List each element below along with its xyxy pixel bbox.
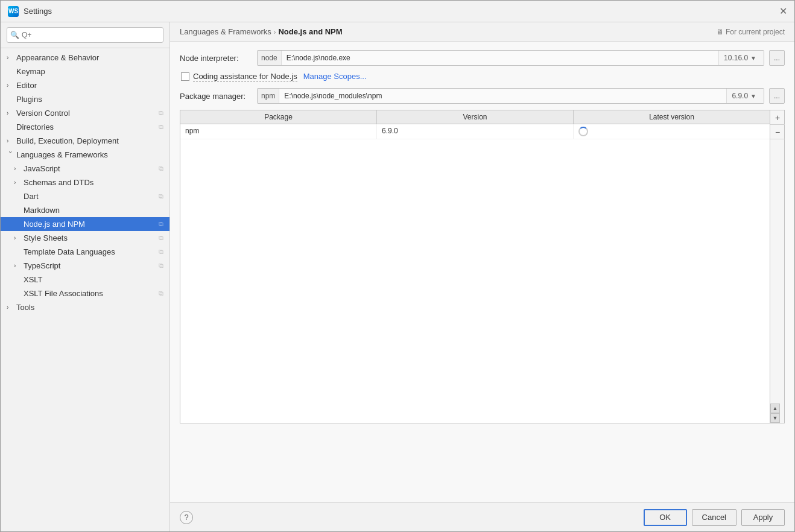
chevron-placeholder [14,207,21,214]
remove-package-button[interactable]: − [770,125,785,139]
chevron-right-icon: › [7,304,14,311]
copy-icon: ⧉ [159,262,163,270]
search-box: 🔍 [1,22,169,48]
npm-dropdown-arrow-icon[interactable]: ▼ [748,93,759,100]
version-dropdown-arrow-icon[interactable]: ▼ [748,55,759,62]
table-row[interactable]: npm 6.9.0 [180,124,770,139]
sidebar: 🔍 › Appearance & Behavior Keymap › [1,22,170,531]
column-latest-version: Latest version [574,110,770,124]
cancel-button[interactable]: Cancel [692,509,736,526]
sidebar-item-label: Appearance & Behavior [16,53,99,62]
breadcrumb: Languages & Frameworks › Node.js and NPM… [170,22,794,42]
sidebar-item-xslt[interactable]: XSLT [1,273,169,287]
node-interpreter-row: Node interpreter: node E:\node.js\node.e… [180,50,785,66]
package-manager-row: Package manager: npm E:\node.js\node_mod… [180,88,785,104]
sidebar-item-label: XSLT [24,275,43,284]
sidebar-item-editor[interactable]: › Editor [1,78,169,92]
cell-latest-version [574,124,770,139]
sidebar-item-dart[interactable]: Dart ⧉ [1,189,169,203]
scroll-up-button[interactable]: ▲ [770,404,780,413]
chevron-right-icon: › [14,179,21,186]
sidebar-item-keymap[interactable]: Keymap [1,65,169,78]
ok-button[interactable]: OK [644,509,687,526]
sidebar-item-version-control[interactable]: › Version Control ⧉ [1,106,169,120]
manage-scopes-link[interactable]: Manage Scopes... [303,72,367,81]
search-wrapper: 🔍 [7,27,163,43]
cell-package: npm [180,124,377,139]
node-prefix: node [258,51,282,65]
coding-assistance-checkbox[interactable] [181,72,189,81]
sidebar-item-plugins[interactable]: Plugins [1,92,169,106]
breadcrumb-current: Node.js and NPM [278,27,342,36]
sidebar-item-label: Style Sheets [24,233,68,242]
sidebar-item-build[interactable]: › Build, Execution, Deployment [1,134,169,148]
breadcrumb-parent: Languages & Frameworks [180,27,271,36]
bottom-bar: ? OK Cancel Apply [170,502,794,531]
loading-spinner [578,127,588,136]
content-area: 🔍 › Appearance & Behavior Keymap › [1,22,794,531]
sidebar-item-markdown[interactable]: Markdown [1,203,169,217]
table-header: Package Version Latest version [180,110,770,124]
sidebar-item-label: Template Data Languages [24,247,115,256]
sidebar-item-tools[interactable]: › Tools [1,300,169,314]
search-icon: 🔍 [10,31,19,39]
app-icon: WS [8,6,19,17]
node-interpreter-browse-button[interactable]: ... [769,50,785,66]
node-interpreter-input[interactable]: node E:\node.js\node.exe 10.16.0 ▼ [257,50,764,66]
sidebar-item-nodejs[interactable]: Node.js and NPM ⧉ [1,217,169,231]
sidebar-item-schemas[interactable]: › Schemas and DTDs [1,176,169,189]
chevron-placeholder [7,124,14,130]
copy-icon: ⧉ [159,290,163,297]
sidebar-item-template-data[interactable]: Template Data Languages ⧉ [1,245,169,259]
table-inner: Package Version Latest version npm 6.9.0 [180,110,770,423]
chevron-right-icon: › [7,82,14,89]
sidebar-item-languages[interactable]: › Languages & Frameworks [1,148,169,162]
project-icon: 🖥 [716,28,723,36]
title-bar-left: WS Settings [8,6,52,17]
node-version-text: 10.16.0 [724,54,748,62]
chevron-placeholder [14,249,21,255]
sidebar-item-label: Keymap [16,67,45,76]
chevron-placeholder [14,193,21,200]
close-button[interactable]: ✕ [779,7,787,16]
sidebar-item-label: Tools [16,303,34,312]
sidebar-item-label: Build, Execution, Deployment [16,136,119,145]
cell-version: 6.9.0 [377,124,574,139]
sidebar-item-javascript[interactable]: › JavaScript ⧉ [1,162,169,176]
title-bar: WS Settings ✕ [1,1,794,22]
copy-icon: ⧉ [159,248,163,256]
copy-icon: ⧉ [159,220,163,228]
sidebar-item-label: Plugins [16,95,42,104]
scroll-down-button[interactable]: ▼ [770,413,780,423]
help-button[interactable]: ? [180,511,193,524]
column-version: Version [377,110,574,124]
package-table-container: Package Version Latest version npm 6.9.0 [180,110,785,423]
sidebar-item-directories[interactable]: Directories ⧉ [1,120,169,134]
sidebar-item-appearance[interactable]: › Appearance & Behavior [1,51,169,65]
table-body: npm 6.9.0 [180,124,770,423]
sidebar-item-label: Languages & Frameworks [16,150,108,159]
sidebar-item-xslt-file[interactable]: XSLT File Associations ⧉ [1,287,169,300]
coding-assistance-row: Coding assistance for Node.js Manage Sco… [180,72,785,81]
coding-assistance-label: Coding assistance for Node.js [193,72,297,81]
settings-content: Node interpreter: node E:\node.js\node.e… [170,42,794,502]
sidebar-item-typescript[interactable]: › TypeScript ⧉ [1,259,169,273]
sidebar-item-label: Editor [16,81,37,90]
chevron-right-icon: › [7,54,14,61]
main-panel: Languages & Frameworks › Node.js and NPM… [170,22,794,531]
chevron-placeholder [14,290,21,297]
sidebar-item-style-sheets[interactable]: › Style Sheets ⧉ [1,231,169,245]
settings-window: WS Settings ✕ 🔍 › Appearance & Behavior [0,0,795,532]
package-manager-browse-button[interactable]: ... [769,88,785,104]
search-input[interactable] [7,27,163,43]
add-package-button[interactable]: + [770,110,785,125]
npm-path-value: E:\node.js\node_modules\npm [279,92,726,100]
chevron-placeholder [7,96,14,103]
project-badge-label: For current project [726,28,785,36]
node-version: 10.16.0 ▼ [718,51,764,65]
breadcrumb-arrow-icon: › [274,28,276,36]
chevron-placeholder [7,68,14,75]
package-manager-input[interactable]: npm E:\node.js\node_modules\npm 6.9.0 ▼ [257,88,764,104]
apply-button[interactable]: Apply [741,509,785,526]
chevron-down-icon: › [7,151,14,159]
